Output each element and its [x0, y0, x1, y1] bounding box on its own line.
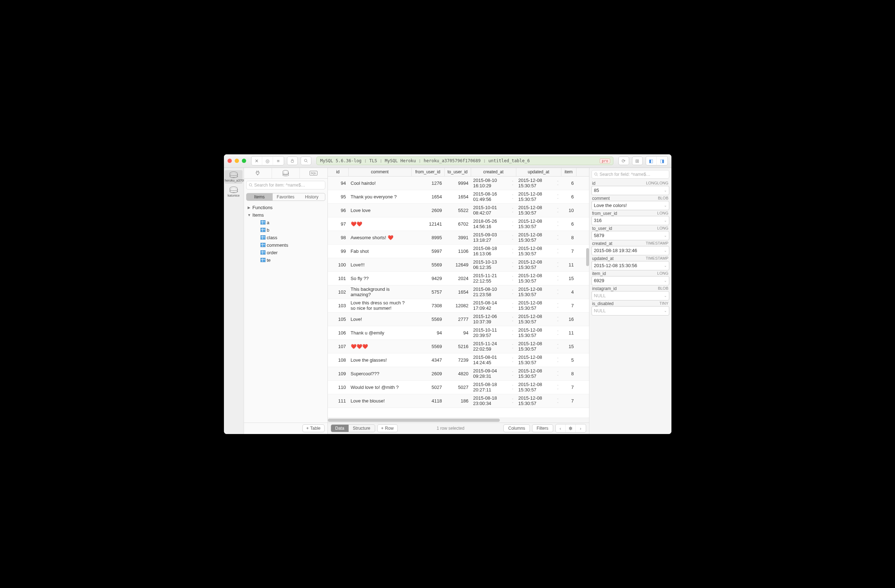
stepper-icon[interactable]: ⌃⌄ [512, 276, 514, 281]
plug-icon[interactable] [244, 168, 272, 178]
stepper-icon[interactable]: ⌃⌄ [557, 371, 559, 376]
stepper-icon[interactable]: ⌃⌄ [512, 208, 514, 213]
field-input-to_user_id[interactable]: 5879⌄ [592, 231, 669, 240]
vertical-scrollbar[interactable] [586, 248, 589, 266]
stepper-icon[interactable]: ⌃⌄ [512, 317, 514, 321]
stepper-icon[interactable]: ⌃⌄ [512, 289, 514, 294]
tab-history[interactable]: History [299, 193, 325, 200]
stepper-icon[interactable]: ⌃⌄ [557, 180, 559, 185]
sql-icon[interactable]: SQL [300, 168, 328, 178]
col-comment[interactable]: comment [349, 168, 412, 176]
tree-items[interactable]: ▼Items [247, 211, 325, 219]
table-a[interactable]: a [247, 219, 325, 226]
table-order[interactable]: order [247, 249, 325, 256]
stepper-icon[interactable]: ⌃⌄ [512, 358, 514, 362]
list-icon[interactable]: ≡ [273, 156, 284, 165]
add-row-button[interactable]: +Row [377, 424, 398, 432]
stepper-icon[interactable]: ⌃⌄ [512, 303, 514, 308]
tree-functions[interactable]: ▶Functions [247, 204, 325, 211]
close-tab-icon[interactable]: ✕ [252, 156, 262, 165]
stepper-icon[interactable]: ⌃⌄ [512, 262, 514, 267]
table-row[interactable]: 96Love love260955222015-10-0108:42:07⌃⌄2… [328, 204, 589, 217]
stepper-icon[interactable]: ⌃⌄ [557, 317, 559, 321]
stepper-icon[interactable]: ⌃⌄ [557, 303, 559, 308]
stepper-icon[interactable]: ⌃⌄ [512, 221, 514, 226]
stepper-icon[interactable]: ⌃⌄ [512, 385, 514, 389]
tab-data[interactable]: Data [331, 425, 349, 432]
database-icon[interactable] [272, 168, 300, 178]
col-from-user[interactable]: from_user_id [412, 168, 444, 176]
table-te[interactable]: te [247, 256, 325, 264]
stepper-icon[interactable]: ⌃⌄ [512, 344, 514, 349]
breadcrumb[interactable]: MySQL 5.6.36-log : TLS : MySQL Heroku : … [316, 156, 613, 165]
stepper-icon[interactable]: ⌃⌄ [512, 371, 514, 376]
stepper-icon[interactable]: ⌃⌄ [557, 276, 559, 281]
col-updated[interactable]: updated_at [516, 168, 561, 176]
stepper-icon[interactable]: ⌃⌄ [557, 358, 559, 362]
table-comments[interactable]: comments [247, 241, 325, 249]
inspector-search[interactable]: Search for field: ^name$… [592, 170, 669, 179]
refresh-icon[interactable]: ⟳ [618, 156, 629, 165]
left-panel-icon[interactable]: ◧ [646, 156, 657, 165]
minimize-icon[interactable] [235, 159, 239, 163]
stepper-icon[interactable]: ⌃⌄ [557, 385, 559, 389]
stepper-icon[interactable]: ⌃⌄ [557, 221, 559, 226]
field-input-instagram_id[interactable]: NULL⌄ [592, 291, 669, 300]
stepper-icon[interactable]: ⌃⌄ [557, 235, 559, 240]
table-row[interactable]: 97❤️❤️1214167022018-05-2614:56:16⌃⌄2015-… [328, 217, 589, 231]
col-created[interactable]: created_at [471, 168, 516, 176]
lock-icon[interactable] [287, 156, 298, 165]
field-input-is_disabled[interactable]: NULL⌄ [592, 306, 669, 315]
stepper-icon[interactable]: ⌃⌄ [512, 398, 514, 403]
eye-icon[interactable]: ◎ [262, 156, 273, 165]
stepper-icon[interactable]: ⌃⌄ [557, 208, 559, 213]
stepper-icon[interactable]: ⌃⌄ [557, 249, 559, 253]
stepper-icon[interactable]: ⌃⌄ [557, 398, 559, 403]
field-input-id[interactable]: 85⌄ [592, 186, 669, 195]
connection-katonice[interactable]: katonice [225, 185, 243, 199]
zoom-icon[interactable] [242, 159, 246, 163]
tab-favorites[interactable]: Favorites [273, 193, 299, 200]
grid-icon[interactable]: ⊞ [632, 156, 643, 165]
horizontal-scrollbar[interactable] [328, 418, 589, 423]
stepper-icon[interactable]: ⌃⌄ [557, 344, 559, 349]
table-row[interactable]: 103Love this dress so much ? so nice for… [328, 299, 589, 313]
tab-structure[interactable]: Structure [349, 425, 375, 432]
right-panel-icon[interactable]: ◨ [657, 156, 667, 165]
table-row[interactable]: 95Thank you everyone ?165416542015-08-16… [328, 190, 589, 204]
tab-items[interactable]: Items [247, 193, 273, 200]
stepper-icon[interactable]: ⌃⌄ [557, 194, 559, 199]
table-row[interactable]: 98Awesome shorts! ❤️899539912015-09-0313… [328, 231, 589, 245]
stepper-icon[interactable]: ⌃⌄ [512, 194, 514, 199]
col-id[interactable]: id [328, 168, 349, 176]
table-row[interactable]: 110Would love to! @mith ?502750272015-08… [328, 381, 589, 394]
table-row[interactable]: 106Thank u @emily94942015-10-1120:39:57⌃… [328, 326, 589, 340]
table-row[interactable]: 94Cool hairdo!127699942015-08-1016:10:29… [328, 177, 589, 190]
stepper-icon[interactable]: ⌃⌄ [512, 330, 514, 335]
columns-button[interactable]: Columns [504, 424, 529, 432]
table-row[interactable]: 107❤️❤️❤️556952162015-11-2422:02:59⌃⌄201… [328, 340, 589, 353]
table-row[interactable]: 111Love the blouse!41181862015-08-1823:0… [328, 394, 589, 408]
table-row[interactable]: 99Fab shot599711062015-08-1816:13:06⌃⌄20… [328, 245, 589, 258]
stepper-icon[interactable]: ⌃⌄ [557, 262, 559, 267]
table-row[interactable]: 100Love!!!5569126492015-10-1306:12:35⌃⌄2… [328, 258, 589, 272]
field-input-item_id[interactable]: 6929⌄ [592, 276, 669, 285]
table-row[interactable]: 105Love!556927772015-12-0610:37:39⌃⌄2015… [328, 313, 589, 326]
stepper-icon[interactable]: ⌃⌄ [557, 330, 559, 335]
table-class[interactable]: class [247, 234, 325, 241]
search-icon[interactable] [300, 156, 311, 165]
table-row[interactable]: 109Supercool???260948202015-09-0409:28:3… [328, 367, 589, 381]
stepper-icon[interactable]: ⌃⌄ [512, 180, 514, 185]
table-row[interactable]: 108Love the glasses!434772392015-08-0114… [328, 353, 589, 367]
field-input-from_user_id[interactable]: 316⌄ [592, 216, 669, 225]
field-input-created_at[interactable]: 2015-08-18 19:32:46⌄ [592, 246, 669, 255]
add-table-button[interactable]: +Table [302, 424, 325, 432]
filters-button[interactable]: Filters [532, 424, 553, 432]
stepper-icon[interactable]: ⌃⌄ [557, 289, 559, 294]
table-row[interactable]: 102This background is amazing?5757165420… [328, 285, 589, 299]
stepper-icon[interactable]: ⌃⌄ [512, 235, 514, 240]
next-icon[interactable]: › [576, 424, 586, 432]
col-to-user[interactable]: to_user_id [444, 168, 471, 176]
table-row[interactable]: 101So fly ??942920242015-11-2122:12:55⌃⌄… [328, 272, 589, 285]
table-body[interactable]: 94Cool hairdo!127699942015-08-1016:10:29… [328, 177, 589, 418]
